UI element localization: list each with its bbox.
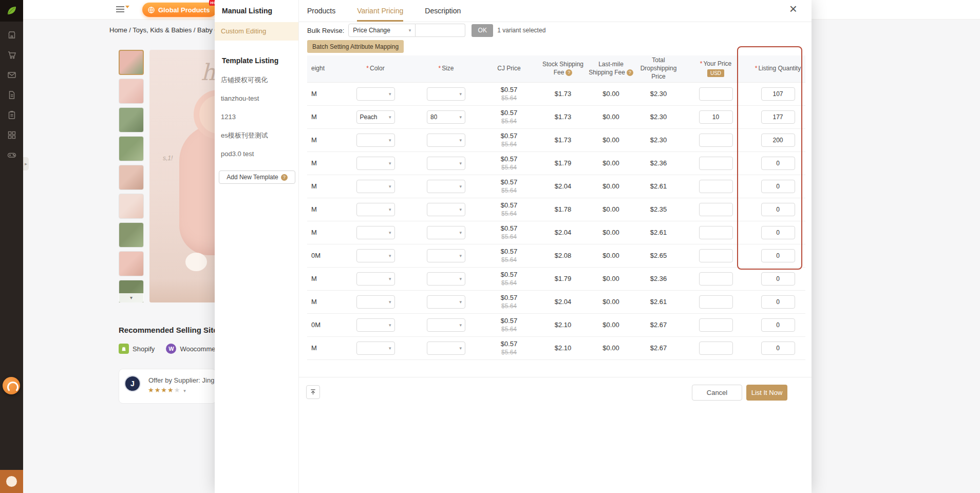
help-icon[interactable]: ? xyxy=(627,69,633,76)
your-price-input[interactable] xyxy=(699,203,733,216)
size-select[interactable]: ▾ xyxy=(427,342,465,355)
product-thumbnail[interactable] xyxy=(119,251,144,276)
variant-table: eight *Color *Size CJ Price Stock Shippi… xyxy=(307,55,805,360)
product-thumbnail[interactable] xyxy=(119,222,144,248)
template-item[interactable]: 店铺授权可视化 xyxy=(215,71,298,89)
global-products-button[interactable]: Global Products HOT xyxy=(142,3,217,17)
product-thumbnail[interactable] xyxy=(119,136,144,161)
size-select[interactable]: ▾ xyxy=(427,249,465,262)
custom-editing-item[interactable]: Custom Editing xyxy=(215,22,298,41)
tab-products[interactable]: Products xyxy=(307,0,335,22)
size-select[interactable]: ▾ xyxy=(427,318,465,332)
size-select[interactable]: ▾ xyxy=(427,157,465,170)
chevron-down-icon: ▾ xyxy=(389,346,391,351)
lastmile-fee-cell: $0.00 xyxy=(586,221,636,244)
bulk-ok-button[interactable]: OK xyxy=(472,24,493,37)
product-thumbnail[interactable] xyxy=(119,194,144,219)
template-item[interactable]: es模板刊登测试 xyxy=(215,126,298,145)
star-icon: ★ xyxy=(167,386,174,394)
thumbnails-more-button[interactable]: ▾ xyxy=(119,293,144,302)
listing-qty-input[interactable] xyxy=(761,203,795,216)
product-thumbnail[interactable] xyxy=(119,50,144,75)
product-thumbnail[interactable] xyxy=(119,79,144,104)
your-price-input[interactable] xyxy=(699,295,733,309)
color-select[interactable]: ▾ xyxy=(356,226,395,239)
your-price-input[interactable] xyxy=(699,318,733,332)
site-shopify[interactable]: Shopify xyxy=(119,344,155,354)
add-new-template-button[interactable]: Add New Template ? xyxy=(219,170,295,184)
listing-qty-input[interactable] xyxy=(761,295,795,309)
color-select[interactable]: ▾ xyxy=(356,134,395,147)
template-item[interactable]: 1213 xyxy=(215,108,298,126)
breadcrumb[interactable]: Home / Toys, Kids & Babies / Baby Cl xyxy=(109,26,215,34)
chevron-down-icon: ▾ xyxy=(459,91,462,97)
your-price-input[interactable] xyxy=(699,249,733,262)
bulk-revise-select[interactable]: Price Change ▾ xyxy=(348,24,416,37)
clipboard-icon[interactable] xyxy=(7,110,17,120)
cancel-button[interactable]: Cancel xyxy=(692,385,742,401)
tab-description[interactable]: Description xyxy=(425,0,461,22)
color-select[interactable]: Peach▾ xyxy=(356,110,395,124)
sidebar-bottom-tile[interactable] xyxy=(0,470,23,493)
listing-qty-input[interactable] xyxy=(761,110,795,124)
tab-variant-pricing[interactable]: Variant Pricing xyxy=(357,0,403,22)
template-item[interactable]: pod3.0 test xyxy=(215,145,298,163)
color-select[interactable]: ▾ xyxy=(356,249,395,262)
color-select[interactable]: ▾ xyxy=(356,203,395,216)
listing-qty-input[interactable] xyxy=(761,157,795,170)
apps-icon[interactable] xyxy=(7,130,17,140)
supplier-expand-icon[interactable]: ▾ xyxy=(183,388,186,393)
scroll-to-top-button[interactable] xyxy=(306,385,320,399)
color-select[interactable]: ▾ xyxy=(356,318,395,332)
size-select[interactable]: ▾ xyxy=(427,87,465,101)
store-icon[interactable] xyxy=(7,30,17,40)
color-select[interactable]: ▾ xyxy=(356,180,395,193)
your-price-input[interactable] xyxy=(699,157,733,170)
listing-qty-input[interactable] xyxy=(761,249,795,262)
your-price-input[interactable] xyxy=(699,226,733,239)
mail-icon[interactable] xyxy=(7,70,17,80)
template-item[interactable]: tianzhou-test xyxy=(215,89,298,108)
size-select[interactable]: ▾ xyxy=(427,272,465,286)
help-icon[interactable]: ? xyxy=(281,174,288,181)
size-select[interactable]: ▾ xyxy=(427,180,465,193)
batch-attribute-mapping-button[interactable]: Batch Setting Attribute Mapping xyxy=(307,40,404,53)
close-icon[interactable]: × xyxy=(789,1,797,17)
listing-qty-input[interactable] xyxy=(761,87,795,101)
color-select[interactable]: ▾ xyxy=(356,342,395,355)
your-price-input[interactable] xyxy=(699,87,733,101)
size-select[interactable]: 80▾ xyxy=(427,110,465,124)
color-select[interactable]: ▾ xyxy=(356,295,395,309)
listing-qty-input[interactable] xyxy=(761,272,795,286)
color-select[interactable]: ▾ xyxy=(356,272,395,286)
size-select[interactable]: ▾ xyxy=(427,226,465,239)
listing-qty-input[interactable] xyxy=(761,180,795,193)
your-price-input[interactable] xyxy=(699,180,733,193)
list-it-now-button[interactable]: List It Now xyxy=(746,385,787,401)
listing-qty-input[interactable] xyxy=(761,134,795,147)
size-select[interactable]: ▾ xyxy=(427,203,465,216)
size-select[interactable]: ▾ xyxy=(427,295,465,309)
gamepad-icon[interactable] xyxy=(7,150,17,160)
your-price-input[interactable] xyxy=(699,342,733,355)
cart-icon[interactable] xyxy=(7,50,17,60)
help-icon[interactable]: ? xyxy=(566,69,572,76)
listing-qty-input[interactable] xyxy=(761,226,795,239)
cj-leaf-logo[interactable] xyxy=(0,0,23,22)
listing-qty-input[interactable] xyxy=(761,318,795,332)
color-select[interactable]: ▾ xyxy=(356,87,395,101)
your-price-input[interactable] xyxy=(699,272,733,286)
size-select[interactable]: ▾ xyxy=(427,134,465,147)
sidebar-expand-handle[interactable]: ▸ xyxy=(23,157,29,170)
document-icon[interactable] xyxy=(7,90,17,100)
cj-price-cell: $0.57 $5.64 xyxy=(478,82,540,105)
menu-icon[interactable] xyxy=(116,6,125,15)
support-bubble[interactable] xyxy=(3,377,20,394)
color-select[interactable]: ▾ xyxy=(356,157,395,170)
product-thumbnail[interactable] xyxy=(119,107,144,132)
your-price-input[interactable] xyxy=(699,110,733,124)
product-thumbnail[interactable] xyxy=(119,165,144,190)
your-price-input[interactable] xyxy=(699,134,733,147)
listing-qty-input[interactable] xyxy=(761,342,795,355)
bulk-revise-input[interactable] xyxy=(416,24,465,37)
